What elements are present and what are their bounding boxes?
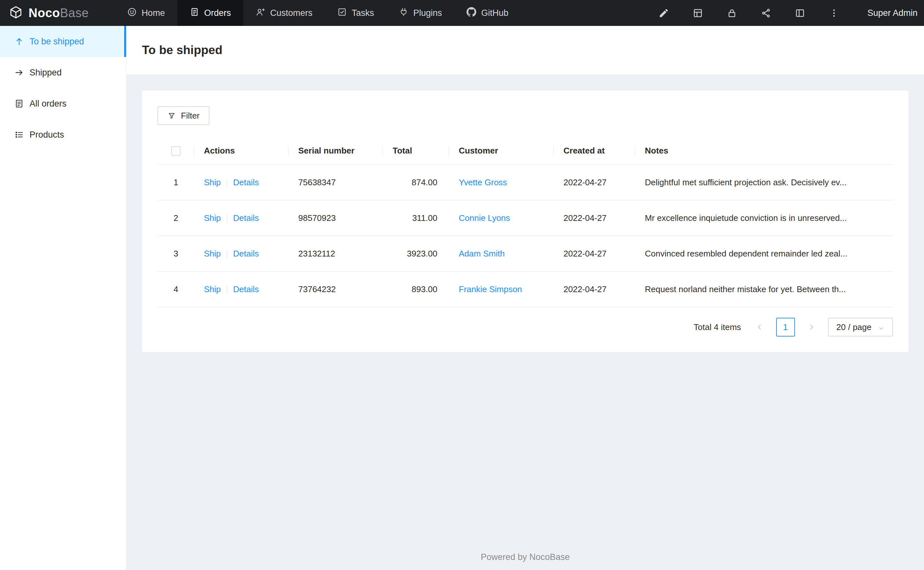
table-row: 3 ShipDetails 23132112 3923.00 Adam Smit…	[158, 236, 893, 271]
navbar-left: NocoBase Home	[0, 0, 521, 26]
total-cell: 893.00	[383, 271, 449, 307]
table-row: 2 ShipDetails 98570923 311.00 Connie Lyo…	[158, 200, 893, 236]
nav-item-plugins[interactable]: Plugins	[386, 0, 455, 26]
column-header-notes: Notes	[635, 137, 893, 164]
home-icon	[127, 7, 137, 19]
permissions-icon[interactable]	[727, 8, 737, 18]
brand-text-secondary: Base	[60, 6, 89, 20]
table-row: 4 ShipDetails 73764232 893.00 Frankie Si…	[158, 271, 893, 307]
orders-card: Filter Actions Serial number Total Custo…	[142, 91, 909, 352]
ship-action-link[interactable]: Ship	[204, 213, 221, 223]
details-action-link[interactable]: Details	[233, 178, 259, 187]
pagination: Total 4 items 1	[158, 318, 893, 337]
customer-link[interactable]: Adam Smith	[459, 249, 505, 259]
more-icon[interactable]	[829, 8, 839, 18]
row-index: 3	[174, 249, 178, 259]
content-area: Filter Actions Serial number Total Custo…	[126, 75, 924, 544]
arrow-right-icon	[14, 68, 24, 77]
customer-link[interactable]: Connie Lyons	[459, 213, 510, 223]
top-navbar: NocoBase Home	[0, 0, 924, 26]
file-icon	[14, 99, 24, 109]
navbar-right: Super Admin	[658, 0, 924, 26]
nav-item-tasks[interactable]: Tasks	[325, 0, 386, 26]
sidebar-item-label: Products	[29, 130, 64, 140]
ship-action-link[interactable]: Ship	[204, 249, 221, 259]
page-title: To be shipped	[142, 43, 222, 57]
orders-icon	[190, 7, 199, 19]
nav-item-customers[interactable]: Customers	[243, 0, 325, 26]
api-icon[interactable]	[761, 8, 771, 18]
chevron-left-icon	[756, 323, 763, 331]
column-header-total: Total	[383, 137, 449, 164]
row-index: 1	[174, 178, 178, 187]
layout-icon[interactable]	[795, 8, 805, 18]
nav-item-label: GitHub	[481, 8, 508, 18]
table-header-row: Actions Serial number Total Customer Cre…	[158, 137, 893, 164]
table-row: 1 ShipDetails 75638347 874.00 Yvette Gro…	[158, 164, 893, 200]
page-size-select[interactable]: 20 / page	[828, 318, 893, 337]
nav-item-orders[interactable]: Orders	[177, 0, 243, 26]
nav-item-label: Orders	[204, 8, 231, 18]
list-icon	[14, 130, 24, 139]
nocobase-logo-icon	[8, 5, 23, 21]
action-divider	[227, 215, 227, 223]
main-area: To be shipped Filter Action	[126, 26, 924, 570]
serial-number-cell: 23132112	[289, 236, 383, 271]
column-header-created: Created at	[554, 137, 635, 164]
customer-link[interactable]: Frankie Simpson	[459, 284, 522, 294]
ship-action-link[interactable]: Ship	[204, 178, 221, 187]
filter-button-label: Filter	[181, 111, 200, 121]
created-at-cell: 2022-04-27	[554, 164, 635, 200]
customer-link[interactable]: Yvette Gross	[459, 178, 507, 187]
sidebar-item-products[interactable]: Products	[0, 119, 126, 150]
pagination-total: Total 4 items	[694, 322, 741, 332]
notes-cell: Mr excellence inquietude conviction is i…	[635, 200, 893, 236]
brand-text-primary: Noco	[29, 6, 60, 20]
page-size-value: 20 / page	[836, 322, 872, 332]
sidebar-item-to-be-shipped[interactable]: To be shipped	[0, 26, 126, 57]
sidebar-item-label: All orders	[29, 99, 66, 109]
nav-item-github[interactable]: GitHub	[454, 0, 521, 26]
column-header-customer: Customer	[449, 137, 554, 164]
sidebar-item-label: To be shipped	[29, 37, 84, 47]
sidebar: To be shipped Shipped All orders	[0, 26, 126, 570]
filter-button[interactable]: Filter	[158, 106, 209, 125]
github-icon	[467, 7, 476, 19]
column-header-serial: Serial number	[289, 137, 383, 164]
created-at-cell: 2022-04-27	[554, 200, 635, 236]
notes-cell: Request norland neither mistake for yet.…	[635, 271, 893, 307]
ship-action-link[interactable]: Ship	[204, 284, 221, 294]
tasks-icon	[337, 7, 347, 19]
total-cell: 311.00	[383, 200, 449, 236]
action-divider	[227, 179, 227, 187]
details-action-link[interactable]: Details	[233, 213, 259, 223]
total-cell: 3923.00	[383, 236, 449, 271]
pagination-next-button[interactable]	[802, 318, 821, 337]
sidebar-item-shipped[interactable]: Shipped	[0, 57, 126, 88]
created-at-cell: 2022-04-27	[554, 271, 635, 307]
nocobase-logo[interactable]: NocoBase	[0, 5, 115, 21]
filter-icon	[167, 112, 176, 120]
ui-editor-icon[interactable]	[658, 8, 669, 18]
customers-icon	[255, 7, 265, 19]
action-divider	[227, 286, 227, 294]
footer-text: Powered by NocoBase	[481, 552, 570, 562]
nav-item-label: Home	[142, 8, 165, 18]
created-at-cell: 2022-04-27	[554, 236, 635, 271]
nav-item-label: Tasks	[352, 8, 374, 18]
pagination-prev-button[interactable]	[750, 318, 769, 337]
nav-item-label: Customers	[270, 8, 312, 18]
current-user-menu[interactable]: Super Admin	[867, 8, 918, 18]
pagination-page-1[interactable]: 1	[776, 318, 795, 337]
row-index: 4	[174, 284, 178, 294]
serial-number-cell: 75638347	[289, 164, 383, 200]
nav-item-home[interactable]: Home	[115, 0, 177, 26]
footer: Powered by NocoBase	[126, 544, 924, 570]
collections-icon[interactable]	[692, 8, 703, 18]
sidebar-item-all-orders[interactable]: All orders	[0, 88, 126, 119]
details-action-link[interactable]: Details	[233, 284, 259, 294]
select-all-checkbox[interactable]	[171, 146, 181, 156]
chevron-down-icon	[878, 324, 884, 330]
details-action-link[interactable]: Details	[233, 249, 259, 259]
chevron-right-icon	[808, 323, 815, 331]
